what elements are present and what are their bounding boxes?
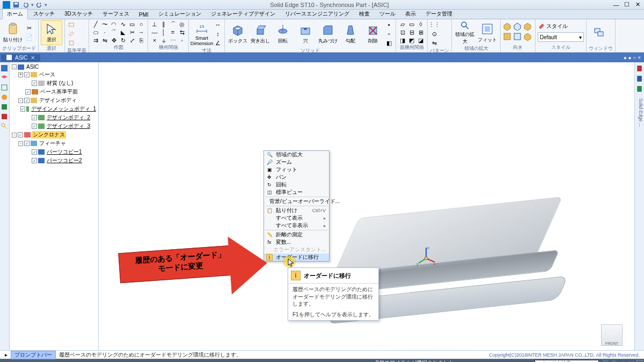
expand-toggle[interactable]: - — [18, 98, 23, 103]
checkbox[interactable]: ✓ — [32, 158, 37, 163]
or2-icon[interactable] — [513, 23, 522, 30]
extrude-button[interactable]: 突き出し — [250, 21, 271, 46]
spline-icon[interactable]: ∿ — [119, 20, 127, 28]
checkbox[interactable]: ✓ — [32, 124, 37, 129]
fr4-icon[interactable]: ⊡ — [398, 28, 407, 36]
checkbox[interactable]: ✓ — [24, 141, 30, 146]
tree-node[interactable]: ✓デザインメッシュボディ_1 — [11, 105, 97, 113]
menu-item[interactable]: ↻回転 — [264, 181, 329, 189]
rstrip-2-icon[interactable] — [635, 75, 643, 83]
strip-feature-icon[interactable] — [1, 64, 8, 72]
tab-generative[interactable]: ジェネレーティブデザイン — [207, 9, 280, 19]
checkbox[interactable]: ✓ — [24, 98, 30, 103]
or4-icon[interactable] — [503, 33, 511, 40]
conc-icon[interactable]: ◎ — [178, 20, 186, 28]
or1-icon[interactable] — [503, 23, 511, 30]
tab-home[interactable]: ホーム — [2, 9, 28, 19]
menu-item[interactable]: すべて表示▸ — [264, 214, 329, 222]
doc-tab-close-icon[interactable]: ✕ — [31, 55, 35, 61]
feature-tree[interactable]: -ASIC+✓ベース✓材質 (なし)✓ベース基準平面-✓デザインボディ✓デザイン… — [10, 62, 98, 166]
sb-icon3[interactable] — [619, 359, 626, 362]
view-cube[interactable]: FRONT — [601, 324, 623, 346]
menu-item[interactable]: 🔍領域の拡大 — [264, 151, 329, 158]
tab-simulation[interactable]: シミュレーション — [154, 9, 206, 19]
plane3-icon[interactable] — [67, 39, 76, 47]
dim1-icon[interactable]: ↔ — [214, 20, 222, 29]
viewport[interactable]: z x y 🔍領域の拡大🔎ズーム▣フィット✥パン↻回転◫標準ビュー背景/ビューオ… — [99, 62, 634, 350]
fillet-icon[interactable]: ⌒ — [109, 28, 118, 36]
or5-icon[interactable] — [513, 33, 522, 40]
window-button[interactable] — [589, 20, 610, 45]
line-icon[interactable]: ╱ — [91, 20, 100, 28]
fr3-icon[interactable]: ◊ — [416, 20, 425, 28]
vert-icon[interactable]: │ — [159, 28, 168, 36]
fr5-icon[interactable]: ⊟ — [407, 28, 416, 36]
round-button[interactable]: 丸みづけ — [317, 21, 339, 46]
plane1-icon[interactable] — [67, 20, 76, 29]
tangent-icon[interactable]: ⌒ — [169, 20, 177, 28]
checkbox[interactable]: ✓ — [32, 115, 37, 120]
tree-node[interactable]: ✓デザインボディ_3 — [11, 122, 97, 131]
circle-icon[interactable]: ○ — [137, 20, 145, 28]
tree-node[interactable]: -ASIC — [11, 63, 97, 70]
expand-toggle[interactable]: - — [18, 141, 23, 146]
strip-sensor-icon[interactable] — [1, 93, 8, 101]
extend-icon[interactable]: → — [137, 28, 145, 36]
sb-icon4[interactable] — [627, 359, 635, 362]
rstrip-1-icon[interactable] — [635, 64, 643, 73]
solid-more3-icon[interactable]: ◧ — [385, 39, 393, 47]
strip-opt-icon[interactable] — [1, 113, 8, 120]
fr8-icon[interactable]: ◩ — [407, 37, 416, 44]
coinc-icon[interactable]: × — [150, 37, 159, 44]
menu-item[interactable]: 📏距離の測定 — [264, 231, 329, 238]
solid-more1-icon[interactable]: ▪ — [385, 20, 393, 29]
checkbox[interactable]: ✓ — [32, 149, 37, 155]
maximize-button[interactable]: ☐ — [623, 1, 631, 9]
doc-tab-asic[interactable]: ASIC ✕ — [1, 54, 40, 61]
save-icon[interactable] — [12, 1, 20, 9]
expand-toggle[interactable]: - — [12, 64, 17, 69]
tree-node[interactable]: -✓シンクロナス — [11, 131, 97, 139]
tree-node[interactable]: ✓パーツコピー2 — [11, 156, 97, 165]
pat3-icon[interactable]: ⇋ — [430, 39, 438, 47]
trim-icon[interactable]: ✂ — [128, 28, 136, 36]
point-icon[interactable]: · — [100, 28, 109, 36]
pat1-icon[interactable]: ⋮⋮ — [430, 20, 438, 29]
paste-button[interactable]: 貼り付け — [2, 20, 24, 45]
app-icon[interactable] — [2, 1, 11, 9]
smart-dimension-button[interactable]: 15 Smart Dimension — [191, 21, 213, 46]
or6-icon[interactable] — [523, 33, 532, 40]
checkbox[interactable]: ✓ — [32, 81, 37, 86]
menu-item[interactable]: iオーダードに移行 — [264, 254, 329, 261]
tab-inspect[interactable]: 検査 — [355, 9, 374, 19]
fit-button[interactable]: フィット — [477, 20, 498, 45]
copy-icon[interactable]: 📄 — [25, 33, 33, 42]
tab-pmi[interactable]: PMI — [135, 11, 153, 19]
move-icon[interactable]: ✥ — [109, 37, 118, 44]
polyline-icon[interactable]: 〜 — [100, 20, 109, 28]
draft-button[interactable]: 勾配 — [340, 21, 361, 46]
style-combo[interactable]: Default▾ — [538, 32, 584, 42]
pat2-icon[interactable]: ⊙ — [430, 30, 438, 38]
rstrip-3-icon[interactable] — [635, 85, 643, 93]
fr2-icon[interactable]: ▭ — [407, 20, 416, 28]
horiz-icon[interactable]: — — [150, 28, 159, 36]
menu-item[interactable]: fx変数... — [264, 238, 329, 246]
sb-icon2[interactable] — [610, 359, 618, 362]
fr9-icon[interactable]: ◪ — [416, 37, 425, 44]
tree-node[interactable]: -✓デザインボディ — [11, 96, 97, 105]
strip-select-icon[interactable] — [1, 84, 8, 91]
redo-icon[interactable] — [35, 1, 43, 9]
strip-key-icon[interactable] — [1, 122, 8, 130]
rotate-sk-icon[interactable]: ↻ — [119, 37, 127, 44]
tree-node[interactable]: ✓材質 (なし) — [11, 79, 97, 88]
expand-toggle[interactable]: - — [12, 133, 17, 137]
colin-icon[interactable]: ⋯ — [169, 37, 177, 44]
sym-icon[interactable]: ⇆ — [178, 28, 186, 36]
equal-icon[interactable]: = — [169, 28, 177, 36]
minimize-button[interactable]: — — [612, 1, 620, 9]
arc-icon[interactable]: ◠ — [109, 20, 118, 28]
fr6-icon[interactable]: ⊞ — [416, 28, 425, 36]
or3-icon[interactable] — [523, 23, 532, 30]
perp-icon[interactable]: ⊥ — [150, 20, 159, 28]
